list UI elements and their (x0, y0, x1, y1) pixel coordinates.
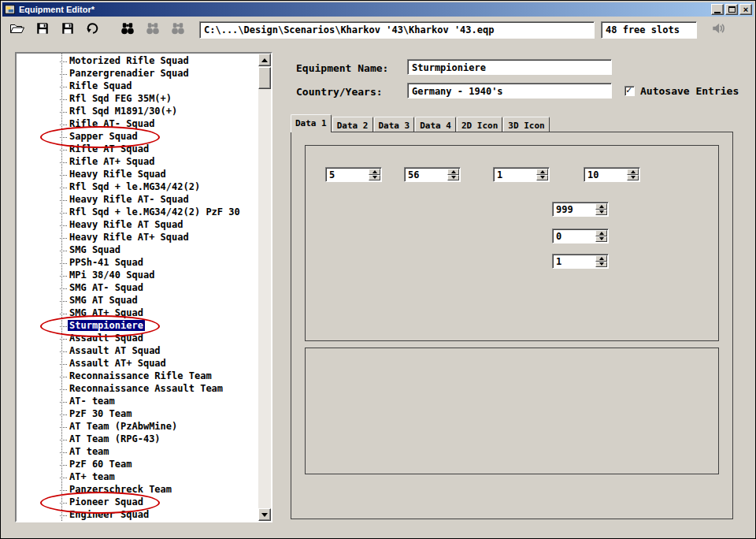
df-value-up-button[interactable] (627, 169, 639, 175)
list-item[interactable]: SMG AT Squad (17, 295, 258, 307)
list-item[interactable]: Assault AT Squad (17, 345, 258, 358)
armor-down-button[interactable] (595, 262, 607, 268)
volume-spinner[interactable]: 999 (552, 202, 609, 217)
autosave-checkbox[interactable] (624, 86, 635, 96)
list-item[interactable]: AT Team (PzAbwMine) (17, 421, 258, 433)
list-item[interactable]: Engineer Squad (17, 509, 258, 521)
speaker-icon (711, 21, 725, 39)
save-floppy-icon (61, 21, 75, 39)
tab-3d-icon[interactable]: 3D Icon (503, 117, 549, 132)
minimize-button[interactable] (711, 4, 724, 15)
up-arrow-icon (261, 58, 268, 62)
list-item[interactable]: Rifle Squad (17, 80, 258, 93)
redo-arrow-icon (86, 21, 100, 39)
save-all-button[interactable] (56, 20, 80, 40)
autosave-entries-row[interactable]: Autosave Entries (624, 85, 739, 96)
scroll-up-button[interactable] (258, 54, 271, 66)
list-item[interactable]: Rifle AT Squad (17, 143, 258, 156)
armor-spinner[interactable]: 1 (552, 254, 609, 269)
list-item[interactable]: PzF 60 Team (17, 459, 258, 471)
maximize-button[interactable] (725, 4, 738, 15)
armor-up-button[interactable] (595, 255, 607, 262)
spinner-buttons (536, 169, 548, 180)
list-item[interactable]: Panzerschreck Team (17, 484, 258, 496)
equipment-list[interactable]: Motorized Rifle SquadPanzergrenadier Squ… (15, 52, 272, 522)
scroll-down-button[interactable] (258, 508, 271, 521)
list-item[interactable]: Motorized Rifle Squad (17, 55, 258, 68)
list-item[interactable]: Panzergrenadier Squad (17, 68, 258, 80)
list-item[interactable]: Rfl Sqd + le.MG34/42(2) PzF 30 (17, 206, 258, 219)
aa-value-spinner[interactable]: 1 (493, 167, 550, 182)
list-item[interactable]: Heavy Rifle Squad (17, 169, 258, 181)
list-item-label: MPi 38/40 Squad (68, 270, 156, 281)
list-item[interactable]: Rifle AT+ Squad (17, 156, 258, 169)
country-years-field[interactable]: Germany - 1940's (407, 83, 612, 99)
toolbar: C:\...\Design\Scenarios\Kharkov '43\Khar… (2, 17, 754, 43)
tab-2d-icon[interactable]: 2D Icon (457, 117, 502, 132)
list-scrollbar[interactable] (258, 54, 271, 521)
autosave-entries-label: Autosave Entries (640, 85, 739, 97)
open-file-button[interactable] (6, 20, 29, 40)
list-item[interactable]: PzF 30 Team (17, 408, 258, 421)
list-item[interactable]: MPi 38/40 Squad (17, 270, 258, 282)
close-button[interactable]: × (739, 4, 752, 15)
list-item[interactable]: Reconnaissance Assault Team (17, 383, 258, 396)
list-item[interactable]: Rfl Sqd + le.MG34/42(2) (17, 181, 258, 194)
list-item[interactable]: PPSh-41 Squad (17, 257, 258, 270)
at-value-spinner[interactable]: 5 (325, 167, 382, 182)
armor-value: 1 (553, 255, 595, 268)
list-item[interactable]: Rifle AT- Squad (17, 118, 258, 131)
list-item[interactable]: Sturmpioniere (17, 320, 258, 333)
list-item[interactable]: AT+ team (17, 471, 258, 484)
spinner-buttons (627, 169, 639, 180)
weight-spinner[interactable]: 0 (552, 229, 609, 243)
spinner-up-icon (599, 205, 604, 208)
list-item[interactable]: AT- team (17, 396, 258, 408)
redo-button[interactable] (81, 20, 105, 40)
list-item[interactable]: AT team (17, 446, 258, 459)
ap-value-spinner[interactable]: 56 (404, 167, 461, 182)
tab-data-2[interactable]: Data 2 (332, 117, 373, 132)
list-item[interactable]: Heavy Rifle AT- Squad (17, 194, 258, 206)
df-value-value: 10 (584, 168, 627, 181)
list-item[interactable]: Assault Squad (17, 333, 258, 345)
tab-data-3[interactable]: Data 3 (374, 117, 415, 132)
sound-button[interactable] (706, 20, 730, 40)
df-value-spinner[interactable]: 10 (584, 167, 640, 182)
aa-value-up-button[interactable] (536, 169, 548, 175)
tab-data-1[interactable]: Data 1 (291, 114, 332, 132)
list-item[interactable]: Sapper Squad (17, 131, 258, 143)
save-button[interactable] (31, 20, 54, 40)
ap-value-up-button[interactable] (447, 169, 459, 175)
list-item[interactable]: Pioneer Squad (17, 496, 258, 509)
list-item[interactable]: SMG AT- Squad (17, 282, 258, 295)
list-item[interactable]: Reconnaissance Rifle Team (17, 370, 258, 383)
tab-data-4[interactable]: Data 4 (415, 117, 456, 132)
spinner-down-icon (599, 210, 604, 214)
at-value-up-button[interactable] (369, 169, 380, 175)
at-value-down-button[interactable] (369, 175, 380, 181)
file-path-field[interactable]: C:\...\Design\Scenarios\Kharkov '43\Khar… (199, 21, 595, 39)
list-item[interactable]: SMG Squad (17, 244, 258, 257)
df-value-down-button[interactable] (627, 175, 639, 181)
equipment-name-field[interactable]: Sturmpioniere (407, 59, 612, 75)
list-item[interactable]: Assault AT+ Squad (17, 358, 258, 370)
find-button[interactable] (116, 20, 139, 40)
find-previous-button[interactable] (166, 20, 190, 40)
find-next-button[interactable] (141, 20, 165, 40)
volume-down-button[interactable] (595, 210, 607, 216)
weight-up-button[interactable] (595, 230, 607, 236)
list-item[interactable]: Rfl Sqd M1891/30(+) (17, 106, 258, 118)
list-item-label: Engineer Squad (68, 509, 150, 520)
volume-up-button[interactable] (595, 203, 607, 210)
ap-value-down-button[interactable] (447, 175, 459, 181)
list-item[interactable]: Rfl Sqd FEG 35M(+) (17, 93, 258, 106)
list-item[interactable]: SMG AT+ Squad (17, 307, 258, 320)
list-item[interactable]: Heavy Rifle AT Squad (17, 219, 258, 232)
aa-value-down-button[interactable] (536, 175, 548, 181)
app-icon (4, 4, 17, 16)
list-item[interactable]: AT Team (RPG-43) (17, 433, 258, 446)
weight-down-button[interactable] (595, 236, 607, 243)
scrollbar-thumb[interactable] (258, 67, 271, 89)
list-item[interactable]: Heavy Rifle AT+ Squad (17, 232, 258, 244)
